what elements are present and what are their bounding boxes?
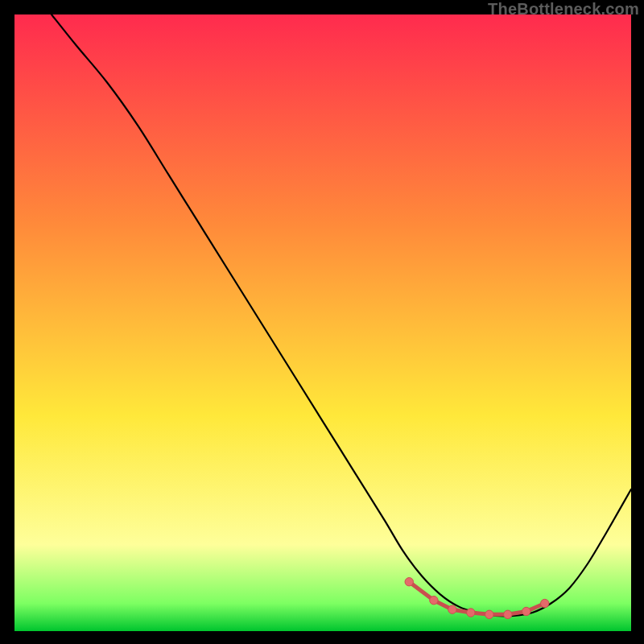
curve-layer <box>14 14 631 631</box>
bottleneck-curve <box>52 14 631 616</box>
trough-marker-dot <box>522 607 530 615</box>
trough-marker-dot <box>467 609 475 617</box>
plot-area <box>14 14 631 631</box>
trough-marker-dot <box>448 605 456 613</box>
trough-marker-dot <box>541 599 549 607</box>
chart-frame <box>14 14 631 631</box>
trough-marker-dot <box>504 610 512 618</box>
trough-marker-dot <box>405 578 413 586</box>
watermark-text: TheBottleneck.com <box>488 0 639 19</box>
trough-marker-dot <box>430 597 438 605</box>
trough-marker-dot <box>485 610 493 618</box>
